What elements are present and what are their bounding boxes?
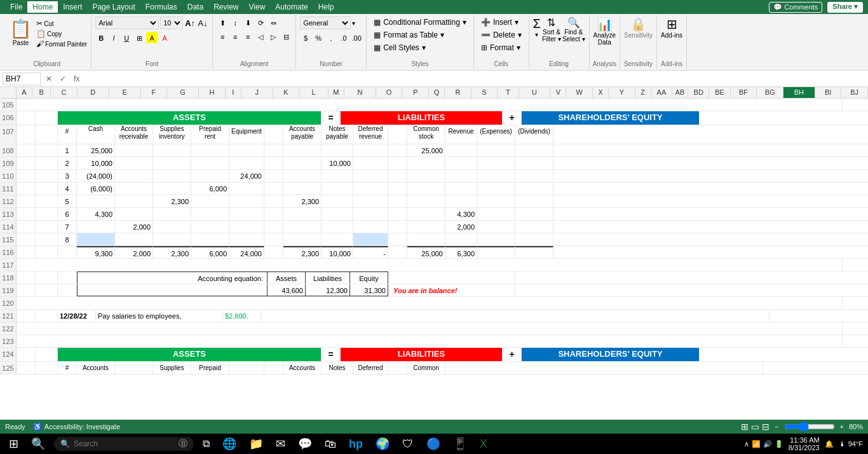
cell-113-b[interactable] — [36, 208, 58, 220]
cell-115-ar[interactable] — [115, 233, 153, 245]
cell-125-equip[interactable] — [229, 362, 264, 374]
cell-118-liab-lbl[interactable]: Liabilities — [306, 272, 350, 284]
cell-112-a[interactable] — [17, 195, 36, 207]
cell-110-cash[interactable]: (24,000) — [77, 170, 115, 182]
cell-109-cash[interactable]: 10,000 — [77, 157, 115, 169]
comma-button[interactable]: , — [325, 32, 337, 43]
cell-114-cs[interactable] — [407, 221, 445, 233]
cell-110-dr[interactable] — [353, 170, 388, 182]
cell-109-cs[interactable] — [407, 157, 445, 169]
col-header-w[interactable]: W — [566, 87, 593, 99]
normal-view-button[interactable]: ⊞ — [741, 422, 749, 432]
cell-111-np[interactable] — [322, 182, 353, 195]
cell-112-prepaid[interactable] — [191, 195, 229, 207]
cell-116-rev[interactable]: 6,300 — [445, 246, 477, 258]
cell-115-cs[interactable] — [407, 233, 445, 245]
cell-110-num[interactable]: 3 — [58, 170, 77, 182]
analyze-data-button[interactable]: 📊 AnalyzeData — [593, 17, 616, 46]
cell-114-dr[interactable] — [353, 221, 388, 233]
zoom-slider[interactable] — [784, 422, 835, 432]
cell-107-np[interactable]: Notespayable — [322, 125, 353, 144]
cell-113-prepaid[interactable] — [191, 208, 229, 220]
cell-113-ar[interactable] — [115, 208, 153, 220]
cell-114-equip[interactable] — [229, 221, 264, 233]
tab-home[interactable]: Home — [27, 1, 58, 13]
task-view-button[interactable]: ⧉ — [199, 437, 214, 451]
align-left-button[interactable]: ≡ — [217, 31, 228, 42]
cell-111-exp[interactable] — [477, 182, 515, 195]
cell-114-prepaid[interactable] — [191, 221, 229, 233]
cell-116-exp[interactable] — [477, 246, 515, 258]
liabilities-header-124[interactable]: LIABILITIES — [341, 348, 503, 361]
cell-112-rev[interactable] — [445, 195, 477, 207]
cell-112-equip[interactable] — [229, 195, 264, 207]
cell-109-dr[interactable] — [353, 157, 388, 169]
cell-115-prepaid[interactable] — [191, 233, 229, 245]
cell-108-si[interactable] — [153, 144, 191, 156]
cell-112-cash[interactable] — [77, 195, 115, 207]
empty-row-117[interactable] — [17, 259, 843, 271]
col-header-p[interactable]: P — [402, 87, 429, 99]
zoom-level[interactable]: 80% — [849, 423, 863, 430]
col-header-bd[interactable]: BD — [688, 87, 709, 99]
taskbar-search-box[interactable]: 🔍 Ⓑ — [54, 437, 194, 451]
col-header-a[interactable]: A — [17, 87, 32, 99]
cell-109-b[interactable] — [36, 157, 58, 169]
cell-110-si[interactable] — [153, 170, 191, 182]
cell-110-a[interactable] — [17, 170, 36, 182]
taskbar-clock[interactable]: 11:36 AM 8/31/2023 — [789, 436, 820, 451]
taskbar-search-input[interactable] — [74, 439, 175, 448]
page-layout-view-button[interactable]: ▭ — [751, 422, 759, 432]
cell-116-cs[interactable]: 25,000 — [407, 246, 445, 258]
col-header-r[interactable]: R — [445, 87, 471, 99]
cell-112-ar[interactable] — [115, 195, 153, 207]
cell-107-cs[interactable]: Commonstock — [407, 125, 445, 144]
cell-121-b[interactable] — [36, 310, 58, 322]
cell-119-c[interactable] — [58, 284, 77, 296]
cell-110-ap[interactable] — [283, 170, 322, 182]
cell-125-ap[interactable]: Accounts — [283, 362, 322, 374]
cell-114-cash[interactable] — [77, 221, 115, 233]
cell-110-prepaid[interactable] — [191, 170, 229, 182]
cell-108-b[interactable] — [36, 144, 58, 156]
cell-107-prepaid[interactable]: Prepaidrent — [191, 125, 229, 144]
cell-116-b[interactable] — [36, 246, 58, 258]
cell-112-exp[interactable] — [477, 195, 515, 207]
cell-115-dr[interactable] — [353, 233, 388, 245]
cell-125-prepaid[interactable]: Prepaid — [191, 362, 229, 374]
col-header-bh[interactable]: BH — [783, 87, 815, 99]
cell-115-b[interactable] — [36, 233, 58, 245]
cell-114-a[interactable] — [17, 221, 36, 233]
cell-106-a[interactable] — [17, 111, 36, 125]
cell-116-dr[interactable]: - — [353, 246, 388, 258]
col-header-v[interactable]: V — [550, 87, 566, 99]
col-header-t[interactable]: T — [498, 87, 519, 99]
cell-114-np[interactable] — [322, 221, 353, 233]
cell-113-equip[interactable] — [229, 208, 264, 220]
cell-109-prepaid[interactable] — [191, 157, 229, 169]
cell-113-exp[interactable] — [477, 208, 515, 220]
cell-109-ap[interactable] — [283, 157, 322, 169]
cell-118-b[interactable] — [36, 272, 58, 284]
chevron-up-icon[interactable]: ∧ — [744, 440, 749, 448]
empty-row-122[interactable] — [17, 322, 843, 334]
chrome-icon[interactable]: 🌍 — [372, 436, 393, 452]
search-button[interactable]: 🔍 — [27, 436, 49, 452]
cell-112-si[interactable]: 2,300 — [153, 195, 191, 207]
col-header-u[interactable]: U — [519, 87, 551, 99]
cell-113-dr[interactable] — [353, 208, 388, 220]
cell-111-prepaid[interactable]: 6,000 — [191, 182, 229, 195]
cell-108-cash[interactable]: 25,000 — [77, 144, 115, 156]
insert-button[interactable]: ➕ Insert ▾ — [478, 17, 522, 28]
cell-107-b[interactable] — [36, 125, 58, 144]
col-header-d[interactable]: D — [78, 87, 109, 99]
cell-107-rev[interactable]: Revenue — [445, 125, 477, 144]
cell-111-b[interactable] — [36, 182, 58, 195]
col-header-j[interactable]: J — [241, 87, 273, 99]
cell-110-plus[interactable] — [388, 170, 407, 182]
cell-109-a[interactable] — [17, 157, 36, 169]
cell-112-eq[interactable] — [264, 195, 283, 207]
hp-icon[interactable]: hp — [345, 436, 367, 452]
cell-115-num[interactable]: 8 — [58, 233, 77, 245]
col-header-be[interactable]: BE — [709, 87, 730, 99]
